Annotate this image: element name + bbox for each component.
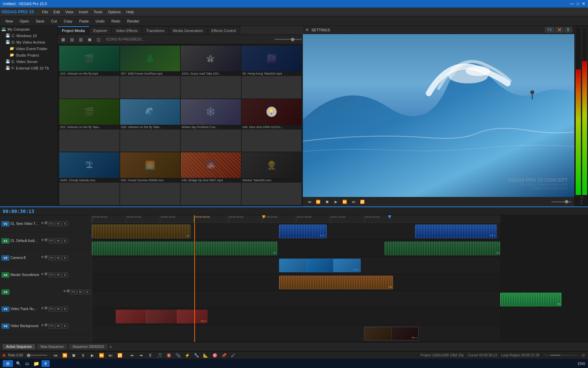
track-v1-s[interactable]: S (62, 221, 68, 226)
sidebar-item-f[interactable]: 💾 F: External USB 10 Tb (0, 65, 58, 71)
media-item[interactable]: 🌆 05. Hong Kong Take004.mp4 (242, 46, 302, 98)
sequence-add-button[interactable]: + (109, 344, 112, 350)
transport-extra-3[interactable]: 🎚 (146, 352, 154, 359)
preview-skip-back[interactable]: ⏮ (306, 198, 313, 205)
tab-explorer[interactable]: Explorer (89, 26, 112, 34)
track-v3-s[interactable]: S (62, 307, 68, 311)
clip-a1-1[interactable]: /*waveform*/ FX (92, 242, 277, 255)
toolbar-paste[interactable]: Paste (77, 18, 92, 24)
clip-v1-2[interactable]: FX ✂ (279, 225, 327, 238)
taskbar-app[interactable]: V (42, 360, 50, 367)
transport-extra-5[interactable]: 🔇 (165, 352, 173, 359)
sequence-tab-new[interactable]: New Sequence (37, 344, 67, 349)
view-icon-details[interactable]: ▥ (77, 36, 84, 43)
transport-extra-4[interactable]: 🎵 (156, 352, 164, 359)
track-v4-s[interactable]: S (62, 324, 68, 328)
toolbar-copy[interactable]: Copy (61, 18, 75, 24)
track-v4-media[interactable]: 🎬 (44, 324, 48, 328)
track-v2-fx[interactable]: FX (48, 256, 54, 260)
toolbar-open[interactable]: Open (17, 18, 32, 24)
track-v1-settings[interactable]: ⚙ (41, 221, 44, 226)
transport-to-end[interactable]: ⏭ (107, 352, 115, 359)
toolbar-redo[interactable]: Redo (109, 18, 123, 24)
track-v2-media[interactable]: 🎬 (44, 256, 48, 260)
track-a1-s[interactable]: S (62, 239, 68, 243)
transport-prev[interactable]: ⏪ (61, 352, 69, 359)
track-a3-settings[interactable]: ⚙ (63, 290, 66, 294)
transport-extra-11[interactable]: 📌 (220, 352, 228, 359)
start-button[interactable]: ⊞ (3, 360, 13, 367)
menu-view[interactable]: View (63, 9, 76, 15)
menu-file[interactable]: File (39, 9, 51, 15)
transport-extra-1[interactable]: ⬅ (128, 352, 136, 359)
taskbar-cortana[interactable]: 🗂 (24, 360, 31, 367)
toolbar-cut[interactable]: Cut (48, 18, 60, 24)
clip-a1-2[interactable]: FX (385, 242, 500, 255)
media-item[interactable]: 🌉 045. Bridge Dji shot 0067.mp4 (181, 152, 241, 205)
track-v4-settings[interactable]: ⚙ (41, 324, 44, 328)
preview-stop[interactable]: ⏹ (323, 198, 331, 205)
track-a3-fx[interactable]: FX (70, 290, 77, 294)
track-v3-fx[interactable]: FX (48, 307, 54, 311)
sequence-tab-active[interactable]: Active Sequence (3, 344, 35, 349)
track-a2-m[interactable]: M (55, 273, 61, 277)
toolbar-undo[interactable]: Undo (93, 18, 107, 24)
transport-play[interactable]: ▶ (88, 352, 96, 359)
track-a3-media[interactable]: 🎬 (66, 290, 70, 294)
menu-edit[interactable]: Edit (51, 9, 63, 15)
view-icon-large[interactable]: ▣ (86, 36, 93, 43)
toolbar-new[interactable]: New (3, 18, 16, 24)
toolbar-render[interactable]: Render (125, 18, 142, 24)
clip-v1-3[interactable]: FX ✂ (415, 225, 497, 238)
track-v3-media[interactable]: 🎬 (44, 307, 48, 311)
clip-a3-1[interactable]: FX (500, 293, 561, 306)
sidebar-item-d[interactable]: 💾 D: My Video Archive (0, 39, 58, 45)
toolbar-save[interactable]: Save (33, 18, 47, 24)
clip-a2-1[interactable]: FX (279, 276, 393, 289)
media-item[interactable]: 🌊 028. Vietnam on the fly Take... (120, 99, 180, 152)
timeline-tracks-area[interactable]: 00:00:00:00 00:00:10:00 00:00:20:00 00:0… (92, 215, 588, 342)
sidebar-item-c[interactable]: 💾 C: Windows 10 (0, 32, 58, 39)
track-v1-m[interactable]: M (55, 221, 61, 226)
menu-help[interactable]: Help (124, 9, 137, 15)
track-v3-settings[interactable]: ⚙ (41, 307, 44, 311)
media-item[interactable]: 👷 Worker Take056.mov (242, 152, 302, 205)
track-a1-media[interactable]: 🎬 (44, 239, 48, 243)
transport-extra-2[interactable]: ➡ (137, 352, 145, 359)
close-button[interactable]: ✕ (582, 1, 585, 6)
tab-effects-control[interactable]: Effects Control (207, 26, 240, 34)
view-icon-list[interactable]: ▤ (68, 36, 76, 43)
tab-video-effects[interactable]: Video Effects (112, 26, 142, 34)
media-item[interactable]: 🌲 057. Wild Forest SunRise.mp4 (120, 46, 180, 98)
transport-extra-8[interactable]: 🔧 (192, 352, 200, 359)
media-item[interactable]: 🛣 1023. Scary road Take 033... (181, 46, 241, 98)
track-v4-fx[interactable]: FX (48, 324, 54, 328)
track-v2-s[interactable]: S (62, 256, 68, 260)
media-item[interactable]: ❄️ Winter day ProResLT.mo... (181, 99, 241, 152)
track-v2-settings[interactable]: ⚙ (41, 256, 44, 260)
transport-extra-12[interactable]: 🖊 (229, 352, 237, 359)
timeline-scroll-bar[interactable] (543, 355, 577, 356)
track-v1-media[interactable]: 🎬 (44, 221, 48, 226)
sidebar-item-e[interactable]: 💾 E: Video Server (0, 58, 58, 65)
transport-pause[interactable]: ⏸ (79, 352, 87, 359)
sidebar-item-computer[interactable]: 💻 My Computer (0, 26, 58, 32)
track-a1-fx[interactable]: FX (48, 239, 54, 243)
track-a2-s[interactable]: S (62, 273, 68, 277)
maximize-button[interactable]: □ (577, 1, 579, 6)
track-v4-m[interactable]: M (55, 324, 61, 328)
transport-stop[interactable]: ⏹ (70, 352, 78, 359)
thumbnail-size-slider[interactable] (274, 39, 301, 40)
transport-next[interactable]: ⏩ (97, 352, 105, 359)
taskbar-explorer[interactable]: 📁 (33, 360, 39, 367)
preview-s-button[interactable]: S (565, 27, 572, 32)
track-a3-m[interactable]: M (77, 290, 83, 294)
media-item[interactable]: 🎬 025. Vietnam on the fly Take... (59, 99, 119, 152)
menu-insert[interactable]: Insert (76, 9, 91, 15)
track-a2-fx[interactable]: FX (48, 273, 54, 277)
preview-loop[interactable]: 🔁 (359, 198, 366, 205)
taskbar-search[interactable]: 🔍 (15, 360, 22, 367)
clip-v4-1[interactable]: FX ✂ (364, 327, 419, 340)
minimize-button[interactable]: — (570, 1, 574, 6)
transport-loop[interactable]: 🔁 (116, 352, 124, 359)
